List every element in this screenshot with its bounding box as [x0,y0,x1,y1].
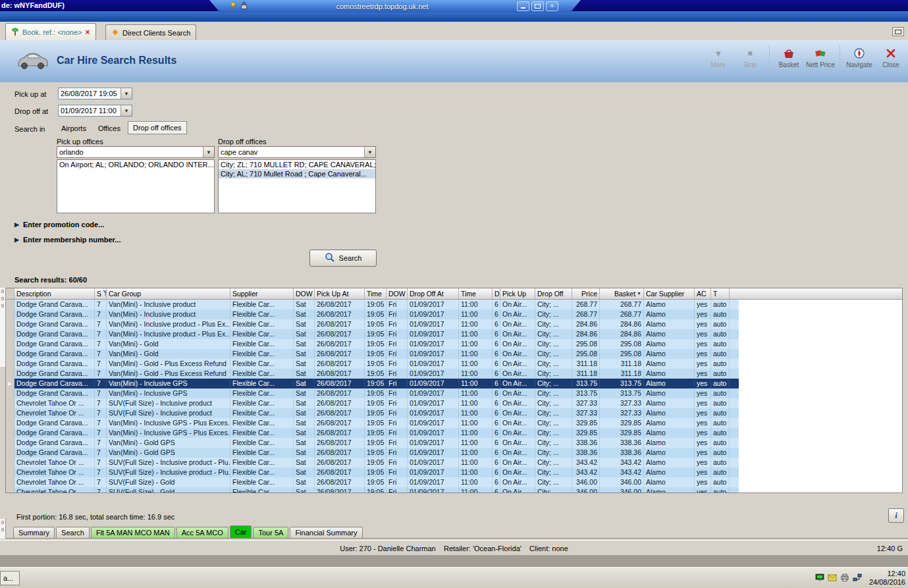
tab-booking-ref[interactable]: Book. ref.: <none> × [5,23,96,40]
table-row[interactable]: ▶Dodge Grand Carava...7Van(Mini) - Inclu… [6,379,739,388]
promo-code-expander[interactable]: ▶ Enter promotion code... [14,221,104,228]
column-header-ac[interactable]: AC [695,288,711,299]
table-row[interactable]: Dodge Grand Carava...7Van(Mini) - GoldFl… [6,339,739,349]
taskbar-button-fragment[interactable]: a... [0,571,20,585]
search-in-tab-airports[interactable]: Airports [57,122,91,134]
chevron-down-icon[interactable]: ▼ [120,88,132,99]
table-row[interactable]: Chevrolet Tahoe Or...7SUV(Full Size) - G… [6,487,739,493]
search-in-tab-drop-off-offices[interactable]: Drop off offices [128,121,187,134]
row-header-cell[interactable] [6,300,14,309]
chevron-down-icon[interactable]: ▼ [120,105,132,116]
row-header-cell[interactable] [6,398,14,408]
bottom-tab-search[interactable]: Search [56,527,90,538]
office-list-item[interactable]: City; ZL; 710 MULLET RD; CAPE CANAVERAL;… [219,160,375,169]
column-header-price[interactable]: Price [572,288,600,299]
column-header-car-supplier[interactable]: Car Supplier [644,288,695,299]
column-header-dropoff-at[interactable]: Drop Off At [408,288,459,299]
chevron-down-icon[interactable]: ▼ [203,147,214,157]
column-header-dow1[interactable]: DOW [294,288,315,299]
office-list-item[interactable]: City; AL; 710 Mullet Road ; Cape Canaver… [219,169,375,178]
tray-display-icon[interactable] [815,574,824,583]
table-row[interactable]: Dodge Grand Carava...7Van(Mini) - Gold -… [6,369,739,379]
minimize-icon[interactable] [517,1,529,11]
row-header-cell[interactable] [6,339,14,349]
table-row[interactable]: Dodge Grand Carava...7Van(Mini) - Inclus… [6,418,739,428]
nett-price-button[interactable]: Nett Price [805,44,836,71]
bottom-tab-car[interactable]: Car [230,525,252,538]
table-row[interactable]: Chevrolet Tahoe Or ...7SUV(Full Size) - … [6,468,739,477]
row-header-cell[interactable] [6,349,14,359]
row-header-cell[interactable] [6,458,14,468]
column-header-d[interactable]: D [493,288,500,299]
table-row[interactable]: Dodge Grand Carava...7Van(Mini) - Gold -… [6,359,739,369]
close-button[interactable]: Close [875,44,907,71]
dropoff-offices-input[interactable] [219,147,364,157]
table-row[interactable]: Dodge Grand Carava...7Van(Mini) - Inclus… [6,300,739,309]
row-header-cell[interactable] [6,359,14,369]
column-header-basket[interactable]: Basket▼ [600,288,644,299]
search-button[interactable]: Search [309,250,377,267]
row-header-cell[interactable] [6,329,14,339]
bottom-tab-financial-summary[interactable]: Financial Summary [290,527,362,538]
tray-mail-icon[interactable] [828,574,837,583]
pickup-at-input[interactable] [59,88,120,99]
table-row[interactable]: Chevrolet Tahoe Or ...7SUV(Full Size) - … [6,477,739,487]
row-header-cell[interactable] [6,468,14,477]
more-button[interactable]: ▼More [703,44,734,71]
column-header-pickup[interactable]: Pick Up [500,288,535,299]
table-row[interactable]: Dodge Grand Carava...7Van(Mini) - Inclus… [6,309,739,319]
table-row[interactable]: Dodge Grand Carava...7Van(Mini) - Gold G… [6,438,739,448]
tray-printer-icon[interactable] [840,574,849,583]
close-icon[interactable]: × [546,1,558,11]
pin-icon[interactable] [229,1,237,11]
info-button[interactable]: i [888,508,904,523]
row-header-cell[interactable] [6,487,14,493]
table-row[interactable]: Chevrolet Tahoe Or ...7SUV(Full Size) - … [6,458,739,468]
row-header-cell[interactable] [6,418,14,428]
table-row[interactable]: Dodge Grand Carava...7Van(Mini) - Inclus… [6,319,739,329]
table-row[interactable]: Dodge Grand Carava...7Van(Mini) - Inclus… [6,428,739,438]
tray-network-icon[interactable] [853,574,862,583]
pickup-offices-input[interactable] [57,147,203,157]
column-header-s[interactable]: S [95,288,107,299]
row-header-cell[interactable] [6,428,14,438]
bottom-tab-flt-5a-man-mco-man[interactable]: Flt 5A MAN MCO MAN [91,527,175,538]
tab-direct-clients-search[interactable]: Direct Clients Search [105,24,196,40]
bottom-tab-acc-5a-mco[interactable]: Acc 5A MCO [176,527,228,538]
column-header-dropoff[interactable]: Drop Off [535,288,572,299]
dropoff-at-input[interactable] [59,105,120,116]
column-header-pickup-at[interactable]: Pick Up At [315,288,365,299]
table-row[interactable]: Chevrolet Tahoe Or ...7SUV(Full Size) - … [6,408,739,418]
row-header-cell[interactable] [6,369,14,379]
row-header-cell[interactable] [6,319,14,329]
column-header-time1[interactable]: Time [365,288,387,299]
sort-icon[interactable]: ▼ [637,288,641,299]
stop-button[interactable]: ■Stop [734,44,766,71]
row-header-cell[interactable]: ▶ [6,379,14,388]
search-in-tab-offices[interactable]: Offices [93,122,125,134]
row-header-cell[interactable] [6,448,14,458]
row-header-cell[interactable] [6,388,14,398]
navigate-button[interactable]: Navigate [843,44,875,71]
table-row[interactable]: Dodge Grand Carava...7Van(Mini) - Inclus… [6,329,739,339]
row-header-cell[interactable] [6,438,14,448]
column-header-t[interactable]: T [711,288,730,299]
membership-expander[interactable]: ▶ Enter membership number... [14,236,120,244]
basket-button[interactable]: Basket [773,44,805,71]
bottom-tab-tour-5a[interactable]: Tour 5A [253,527,288,538]
column-header-time2[interactable]: Time [459,288,493,299]
office-list-item[interactable]: On Airport; AL; ORLANDO; ORLANDO INTER..… [57,160,214,169]
column-header-supplier[interactable]: Supplier [230,288,294,299]
table-row[interactable]: Chevrolet Tahoe Or ...7SUV(Full Size) - … [6,398,739,408]
row-header-cell[interactable] [6,309,14,319]
restore-icon[interactable] [531,1,544,11]
taskbar-clock[interactable]: 12:40 24/08/2016 [869,570,905,587]
chevron-down-icon[interactable]: ▼ [364,147,375,157]
column-header-car-group[interactable]: Car Group [107,288,230,299]
column-header-description[interactable]: Description [14,288,95,299]
tab-close-icon[interactable]: × [86,29,90,36]
table-row[interactable]: Dodge Grand Carava...7Van(Mini) - GoldFl… [6,349,739,359]
table-row[interactable]: Dodge Grand Carava...7Van(Mini) - Inclus… [6,388,739,398]
table-row[interactable]: Dodge Grand Carava...7Van(Mini) - Gold G… [6,448,739,458]
bottom-tab-summary[interactable]: Summary [13,527,55,538]
